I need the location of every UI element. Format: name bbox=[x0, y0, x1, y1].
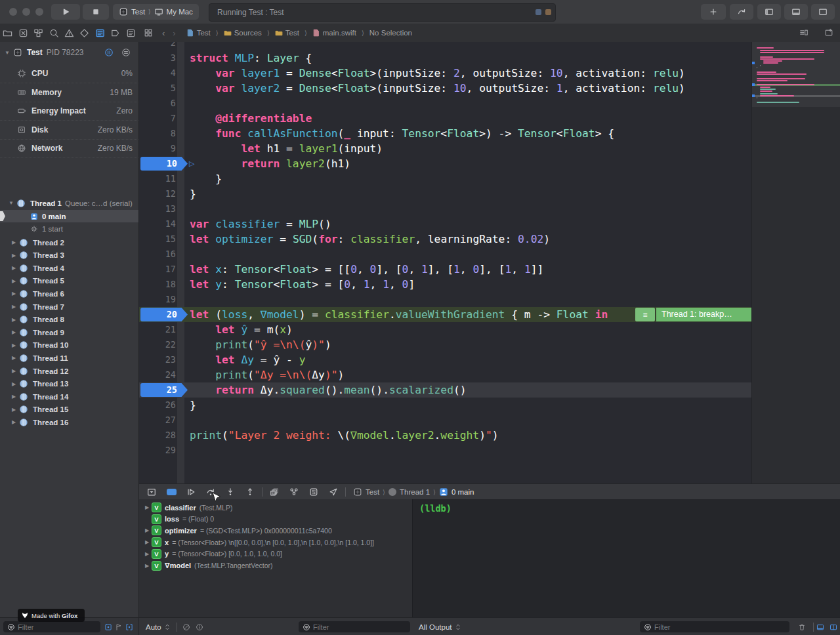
thread-row-thread-8[interactable]: ▶Thread 8 bbox=[0, 314, 138, 326]
code-line-3[interactable]: 3struct MLP: Layer { bbox=[139, 51, 751, 66]
code-line-13[interactable]: 13 bbox=[139, 201, 751, 216]
disclosure-triangle[interactable]: ▶ bbox=[10, 394, 17, 399]
variables-scope-dropdown[interactable]: Auto bbox=[146, 623, 171, 631]
disclosure-triangle[interactable]: ▶ bbox=[10, 419, 17, 425]
code-line-16[interactable]: 16 bbox=[139, 247, 751, 262]
disclosure-triangle[interactable]: ▶ bbox=[10, 342, 17, 348]
line-number[interactable]: 7 bbox=[139, 111, 176, 126]
code-line-7[interactable]: 7 @differentiable bbox=[139, 111, 751, 126]
breakpoints-toggle-button[interactable] bbox=[161, 485, 181, 499]
disclosure-triangle[interactable]: ▶ bbox=[10, 355, 17, 361]
line-number[interactable]: 6 bbox=[139, 96, 176, 111]
thread-row-thread-2[interactable]: ▶Thread 2 bbox=[0, 236, 138, 249]
debug-breadcrumb[interactable]: Test ⟩ Thread 1 ⟩ 0 main bbox=[353, 487, 474, 497]
add-editor-icon[interactable] bbox=[824, 28, 833, 37]
code-line-26[interactable]: 26} bbox=[139, 398, 751, 413]
code-line-15[interactable]: 15let optimizer = SGD(for: classifier, l… bbox=[139, 232, 751, 247]
disclosure-triangle[interactable]: ▶ bbox=[144, 563, 150, 569]
disclosure-triangle[interactable]: ▶ bbox=[10, 368, 17, 374]
hide-debug-area-button[interactable] bbox=[142, 485, 161, 499]
thread-row-thread-16[interactable]: ▶Thread 16 bbox=[0, 416, 138, 428]
simulate-location-button[interactable] bbox=[324, 485, 343, 499]
thread-row-thread-13[interactable]: ▶Thread 13 bbox=[0, 378, 138, 390]
variable-row-classifier[interactable]: ▶Vclassifier(Test.MLP) bbox=[139, 502, 412, 513]
gauge-row-memory[interactable]: Memory19 MB bbox=[0, 83, 138, 102]
zoom-window-button[interactable] bbox=[35, 8, 43, 16]
breakpoint-annotation-icon[interactable]: ≡ bbox=[635, 308, 655, 321]
code-line-14[interactable]: 14var classifier = MLP() bbox=[139, 216, 751, 232]
split-debug-area-icon[interactable] bbox=[830, 623, 837, 631]
line-number[interactable]: 22 bbox=[139, 337, 176, 352]
back-button[interactable]: ‹ bbox=[162, 28, 165, 38]
variables-view[interactable]: ▶Vclassifier(Test.MLP)Vloss= (Float) 0▶V… bbox=[139, 499, 412, 617]
disclosure-triangle[interactable]: ▶ bbox=[10, 381, 17, 387]
related-items-icon[interactable] bbox=[144, 28, 153, 37]
disclosure-triangle[interactable]: ▶ bbox=[10, 265, 17, 271]
issue-navigator-tab[interactable] bbox=[62, 26, 77, 40]
thread-row-thread-4[interactable]: ▶Thread 4 bbox=[0, 262, 138, 274]
disclosure-triangle[interactable]: ▶ bbox=[10, 239, 17, 245]
info-icon[interactable] bbox=[196, 623, 203, 631]
thread-row-thread-7[interactable]: ▶Thread 7 bbox=[0, 300, 138, 313]
breakpoint-marker[interactable]: 20 bbox=[140, 308, 188, 321]
close-window-button[interactable] bbox=[9, 8, 17, 16]
environment-overrides-button[interactable] bbox=[304, 485, 324, 499]
disclosure-triangle[interactable]: ▶ bbox=[10, 278, 17, 284]
line-number[interactable]: 13 bbox=[139, 201, 176, 216]
line-number[interactable]: 15 bbox=[139, 232, 176, 247]
source-control-navigator-tab[interactable] bbox=[16, 26, 31, 40]
disclosure-triangle[interactable]: ▶ bbox=[144, 527, 150, 533]
line-number[interactable]: 21 bbox=[139, 322, 176, 337]
disclosure-triangle[interactable]: ▶ bbox=[10, 407, 17, 413]
flagged-threads-icon[interactable] bbox=[115, 623, 123, 631]
thread-row-thread-15[interactable]: ▶Thread 15 bbox=[0, 403, 138, 416]
variable-row-x[interactable]: ▶Vx= (Tensor<Float>) \n[[0.0, 0.0],\n [0… bbox=[139, 537, 412, 548]
disclosure-triangle[interactable]: ▶ bbox=[144, 539, 150, 545]
line-number[interactable]: 28 bbox=[139, 428, 176, 443]
breakpoint-annotation[interactable]: ≡ Thread 1: breakp… bbox=[635, 308, 751, 321]
find-navigator-tab[interactable] bbox=[47, 26, 62, 40]
thread-row-thread-14[interactable]: ▶Thread 14 bbox=[0, 390, 138, 403]
thread-row-thread-5[interactable]: ▶Thread 5 bbox=[0, 275, 138, 287]
code-line-8[interactable]: 8 func callAsFunction(_ input: Tensor<Fl… bbox=[139, 126, 751, 141]
disclosure-triangle[interactable]: ▶ bbox=[10, 304, 17, 310]
code-line-25[interactable]: 25 return Δy.squared().mean().scalarized… bbox=[139, 382, 751, 398]
disclosure-triangle[interactable]: ▶ bbox=[144, 551, 150, 557]
variable-row-optimizer[interactable]: ▶Voptimizer= (SGD<Test.MLP>) 0x000000011… bbox=[139, 525, 412, 536]
view-hierarchy-button[interactable] bbox=[264, 485, 284, 499]
disclosure-triangle[interactable]: ▼ bbox=[4, 50, 10, 56]
clear-console-icon[interactable] bbox=[798, 623, 806, 631]
code-line-10[interactable]: 10▷ return layer2(h1) bbox=[139, 156, 751, 171]
thread-row-thread-12[interactable]: ▶Thread 12 bbox=[0, 365, 138, 377]
toggle-navigator-button[interactable] bbox=[757, 4, 781, 20]
step-into-button[interactable] bbox=[220, 485, 240, 499]
thread-row-thread-6[interactable]: ▶Thread 6 bbox=[0, 287, 138, 300]
line-number[interactable]: 4 bbox=[139, 66, 176, 81]
console-output-dropdown[interactable]: All Output bbox=[419, 623, 462, 631]
breakpoint-navigator-tab[interactable] bbox=[108, 26, 123, 40]
process-row[interactable]: ▼ Test PID 78223 bbox=[0, 46, 138, 59]
project-navigator-tab[interactable] bbox=[0, 26, 15, 40]
line-number[interactable]: 9 bbox=[139, 141, 176, 156]
library-button[interactable] bbox=[701, 4, 726, 20]
forward-button[interactable]: › bbox=[173, 28, 175, 38]
editor-options-icon[interactable] bbox=[799, 28, 808, 37]
thread-1-row[interactable]: ▼ Thread 1 Queue: c…d (serial) bbox=[0, 197, 138, 209]
thread-row-thread-11[interactable]: ▶Thread 11 bbox=[0, 352, 138, 364]
disclosure-triangle[interactable]: ▼ bbox=[8, 200, 14, 206]
gauge-row-cpu[interactable]: CPU0% bbox=[0, 64, 138, 83]
report-navigator-tab[interactable] bbox=[123, 26, 138, 40]
line-number[interactable]: 16 bbox=[139, 247, 176, 262]
stop-button[interactable] bbox=[83, 4, 109, 20]
code-line-18[interactable]: 18let y: Tensor<Float> = [0, 1, 1, 0] bbox=[139, 277, 751, 292]
code-line-21[interactable]: 21 let ŷ = m(x) bbox=[139, 322, 751, 337]
code-line-17[interactable]: 17let x: Tensor<Float> = [[0, 0], [0, 1]… bbox=[139, 262, 751, 277]
line-number[interactable]: 17 bbox=[139, 262, 176, 277]
disclosure-triangle[interactable]: ▶ bbox=[144, 504, 150, 510]
pause-process-icon[interactable] bbox=[104, 48, 114, 57]
line-number[interactable]: 19 bbox=[139, 292, 176, 307]
source-editor[interactable]: 23struct MLP: Layer {4 var layer1 = Dens… bbox=[139, 42, 751, 483]
editor-minimap[interactable] bbox=[751, 42, 840, 483]
breadcrumb[interactable]: Test⟩ Sources⟩ Test⟩ main.swift⟩ No Sele… bbox=[186, 29, 412, 37]
gauge-row-disk[interactable]: DiskZero KB/s bbox=[0, 121, 138, 140]
